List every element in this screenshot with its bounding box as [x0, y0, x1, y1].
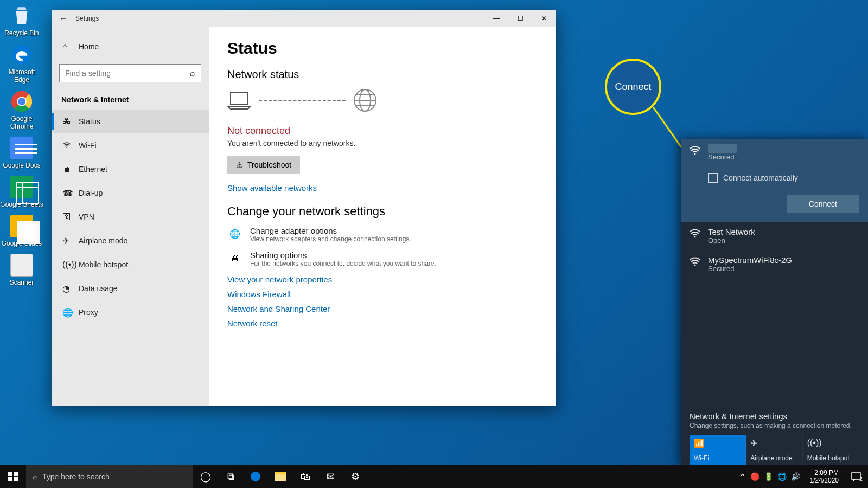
sidebar-item-dialup[interactable]: ☎Dial-up	[52, 181, 209, 205]
network-icon[interactable]: 🌐	[777, 472, 787, 481]
wifi-icon	[62, 141, 79, 150]
sidebar-item-proxy[interactable]: 🌐Proxy	[52, 300, 209, 324]
desktop-icon-gsheets[interactable]: Google Sheets	[0, 176, 43, 208]
sidebar-item-label: Proxy	[79, 308, 98, 317]
laptop-icon	[227, 91, 251, 110]
start-button[interactable]	[0, 465, 26, 488]
gslides-icon	[10, 215, 33, 237]
sidebar-item-status[interactable]: 🖧Status	[52, 110, 209, 133]
sidebar-item-label: VPN	[79, 213, 94, 221]
quick-tile-hotspot[interactable]: ((•))Mobile hotspot	[803, 435, 859, 465]
search-input[interactable]	[65, 69, 190, 78]
connect-automatically-checkbox[interactable]: Connect automatically	[708, 173, 859, 183]
sidebar-item-wifi[interactable]: Wi-Fi	[52, 133, 209, 157]
desktop-icon-scanner[interactable]: Scanner	[0, 254, 43, 286]
desktop: Recycle Bin Microsoft Edge Google Chrome…	[0, 0, 49, 293]
search-placeholder: Type here to search	[42, 472, 110, 481]
network-reset-link[interactable]: Network reset	[227, 319, 538, 328]
ethernet-icon: 🖥	[62, 164, 79, 174]
windows-firewall-link[interactable]: Windows Firewall	[227, 290, 538, 299]
desktop-icon-recycle-bin[interactable]: Recycle Bin	[0, 4, 43, 37]
wifi-network-item[interactable]: MySpectrumWiFi8c-2GSecured	[681, 250, 868, 278]
sharing-options[interactable]: 🖨 Sharing optionsFor the networks you co…	[227, 251, 538, 267]
taskbar-edge[interactable]	[243, 465, 268, 488]
taskbar-settings[interactable]: ⚙	[343, 465, 368, 488]
sidebar-item-airplane[interactable]: ✈Airplane mode	[52, 229, 209, 253]
settings-search[interactable]: ⌕	[59, 64, 201, 82]
show-available-networks-link[interactable]: Show available networks	[227, 183, 538, 192]
desktop-icon-chrome[interactable]: Google Chrome	[0, 90, 43, 130]
taskbar-mail[interactable]: ✉	[318, 465, 343, 488]
not-connected-title: Not connected	[227, 125, 538, 137]
wifi-network-item[interactable]: Test NetworkOpen	[681, 222, 868, 250]
desktop-icon-label: Google Docs	[0, 162, 43, 169]
wifi-network-active[interactable]: Secured Connect automatically Connect	[681, 139, 868, 222]
maximize-button[interactable]: ☐	[508, 10, 532, 27]
task-view-button[interactable]: ⧉	[218, 465, 243, 488]
network-sharing-center-link[interactable]: Network and Sharing Center	[227, 304, 538, 313]
sidebar-item-data-usage[interactable]: ◔Data usage	[52, 277, 209, 300]
desktop-icon-gdocs[interactable]: Google Docs	[0, 137, 43, 169]
sidebar-item-label: Wi-Fi	[79, 141, 97, 150]
network-status-heading: Network status	[227, 68, 538, 81]
sidebar-item-label: Dial-up	[79, 189, 103, 197]
wifi-security: Open	[708, 236, 755, 245]
action-center-button[interactable]: 2	[844, 471, 868, 482]
scanner-icon	[10, 254, 33, 277]
view-network-properties-link[interactable]: View your network properties	[227, 275, 538, 284]
settings-window: ← Settings — ☐ ✕ ⌂ Home ⌕ Network & Inte…	[52, 10, 556, 406]
clock-date: 1/24/2020	[810, 477, 839, 484]
connect-button[interactable]: Connect	[787, 195, 859, 213]
settings-sidebar: ⌂ Home ⌕ Network & Internet 🖧Status Wi-F…	[52, 27, 209, 406]
chevron-up-icon[interactable]: ⌃	[739, 472, 746, 481]
system-tray[interactable]: ⌃ 🔴 🔋 🌐 🔊	[735, 472, 805, 481]
wifi-name: Test Network	[708, 227, 755, 236]
taskbar-store[interactable]: 🛍	[293, 465, 318, 488]
tile-label: Mobile hotspot	[807, 454, 854, 462]
page-heading: Status	[227, 39, 538, 57]
sidebar-item-hotspot[interactable]: ((•))Mobile hotspot	[52, 253, 209, 277]
sidebar-section-title: Network & Internet	[52, 89, 209, 110]
flyout-footer-title[interactable]: Network & Internet settings	[690, 412, 859, 421]
tray-icon[interactable]: 🔴	[750, 472, 760, 481]
cortana-button[interactable]: ◯	[193, 465, 218, 488]
dialup-icon: ☎	[62, 188, 79, 198]
troubleshoot-button[interactable]: ⚠Troubleshoot	[227, 156, 300, 174]
minimize-button[interactable]: —	[484, 10, 508, 27]
clock-time: 2:09 PM	[810, 469, 839, 477]
desktop-icon-gslides[interactable]: Google Slides	[0, 215, 43, 247]
vpn-icon: ⚿	[62, 212, 79, 222]
quick-tile-airplane[interactable]: ✈Airplane mode	[746, 435, 802, 465]
wifi-secure-icon	[688, 255, 701, 268]
option-title: Sharing options	[250, 251, 436, 260]
sidebar-home[interactable]: ⌂ Home	[52, 35, 209, 59]
quick-tile-wifi[interactable]: 📶Wi-Fi	[690, 435, 746, 465]
option-title: Change adapter options	[250, 226, 411, 235]
taskbar-search[interactable]: ⌕Type here to search	[26, 465, 193, 488]
wifi-name: MySpectrumWiFi8c-2G	[708, 255, 792, 265]
back-button[interactable]: ←	[52, 14, 75, 23]
desktop-icon-label: Google Chrome	[0, 115, 43, 130]
desktop-icon-edge[interactable]: Microsoft Edge	[0, 43, 43, 84]
status-icon: 🖧	[62, 117, 79, 126]
flyout-footer-sub: Change settings, such as making a connec…	[690, 422, 859, 429]
svg-rect-19	[14, 477, 18, 481]
notification-count: 2	[859, 476, 863, 482]
option-desc: For the networks you connect to, decide …	[250, 260, 436, 267]
change-adapter-options[interactable]: 🌐 Change adapter optionsView network ada…	[227, 226, 538, 243]
data-usage-icon: ◔	[62, 284, 79, 294]
sidebar-item-ethernet[interactable]: 🖥Ethernet	[52, 157, 209, 181]
taskbar-clock[interactable]: 2:09 PM 1/24/2020	[805, 469, 844, 484]
sidebar-label: Home	[79, 42, 99, 51]
sidebar-item-vpn[interactable]: ⚿VPN	[52, 205, 209, 229]
wifi-open-icon	[688, 227, 701, 240]
close-button[interactable]: ✕	[532, 10, 556, 27]
taskbar-file-explorer[interactable]	[268, 465, 293, 488]
titlebar: ← Settings — ☐ ✕	[52, 10, 556, 27]
sidebar-item-label: Airplane mode	[79, 236, 127, 245]
svg-point-15	[694, 265, 696, 266]
wifi-security: Secured	[708, 265, 792, 273]
volume-icon[interactable]: 🔊	[791, 472, 800, 481]
sidebar-item-label: Data usage	[79, 284, 118, 293]
battery-icon[interactable]: 🔋	[764, 472, 773, 481]
